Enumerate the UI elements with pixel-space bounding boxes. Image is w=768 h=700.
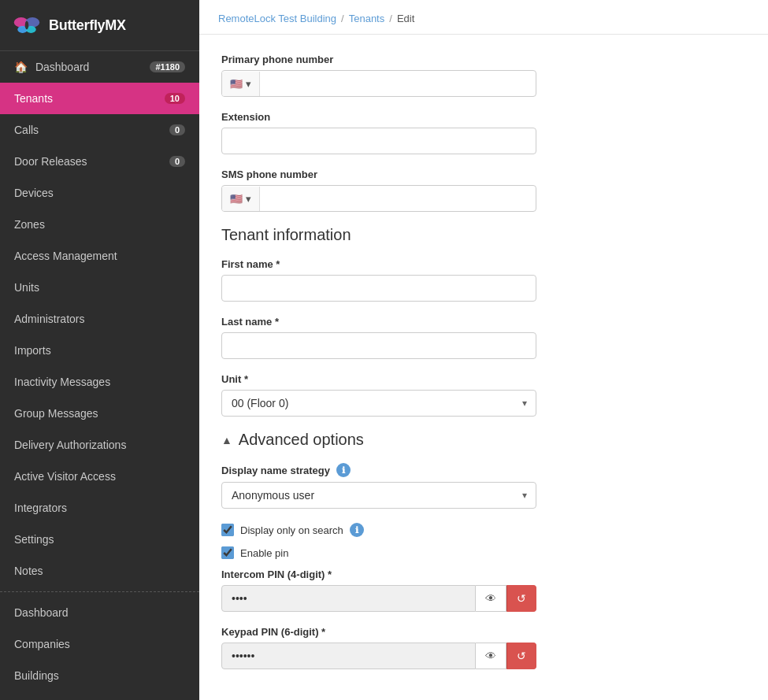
unit-group: Unit * 00 (Floor 0) ▾ bbox=[221, 373, 744, 417]
breadcrumb-sep2: / bbox=[389, 13, 392, 24]
keypad-eye-icon: 👁 bbox=[485, 650, 496, 662]
keypad-pin-wrapper: 👁 ↺ bbox=[221, 643, 536, 669]
sidebar-item-devices[interactable]: Devices bbox=[0, 177, 199, 209]
sidebar-item-active-visitor-access[interactable]: Active Visitor Access bbox=[0, 461, 199, 492]
unit-select-wrapper: 00 (Floor 0) ▾ bbox=[221, 390, 536, 417]
primary-phone-input[interactable] bbox=[260, 71, 536, 96]
sidebar: ButterflyMX 🏠 Dashboard #1180 Tenants 10… bbox=[0, 0, 199, 700]
flag-dropdown-arrow: ▾ bbox=[246, 78, 251, 90]
sidebar-item-inactivity-messages[interactable]: Inactivity Messages bbox=[0, 366, 199, 398]
primary-phone-flag[interactable]: 🇺🇸 ▾ bbox=[222, 72, 260, 96]
display-name-select[interactable]: Anonymous user bbox=[221, 482, 536, 509]
primary-phone-group: Primary phone number 🇺🇸 ▾ bbox=[221, 54, 744, 97]
first-name-label: First name * bbox=[221, 258, 744, 270]
intercom-pin-reveal-button[interactable]: 👁 bbox=[476, 585, 506, 612]
sidebar-item-notes[interactable]: Notes bbox=[0, 555, 199, 587]
primary-phone-wrapper: 🇺🇸 ▾ bbox=[221, 70, 536, 97]
primary-phone-label: Primary phone number bbox=[221, 54, 744, 65]
intercom-pin-group: Intercom PIN (4-digit) * 👁 ↺ bbox=[221, 569, 744, 612]
sidebar-item-group-messages[interactable]: Group Messages bbox=[0, 398, 199, 429]
breadcrumb-building[interactable]: RemoteLock Test Building bbox=[218, 13, 336, 24]
dashboard-badge: #1180 bbox=[150, 61, 185, 72]
sidebar-item-zones[interactable]: Zones bbox=[0, 209, 199, 240]
display-name-label-row: Display name strategy ℹ bbox=[221, 463, 744, 477]
first-name-input[interactable]: Seanna bbox=[221, 275, 536, 302]
display-only-on-search-checkbox[interactable] bbox=[221, 524, 234, 536]
sms-phone-label: SMS phone number bbox=[221, 169, 744, 180]
sidebar-item-calls[interactable]: Calls 0 bbox=[0, 114, 199, 146]
intercom-pin-refresh-button[interactable]: ↺ bbox=[506, 585, 536, 612]
sidebar-item-integrators[interactable]: Integrators bbox=[0, 492, 199, 524]
intercom-pin-input[interactable] bbox=[221, 585, 476, 612]
sidebar-item-imports[interactable]: Imports bbox=[0, 335, 199, 366]
sidebar-item-buildings[interactable]: Buildings bbox=[0, 660, 199, 691]
display-name-label: Display name strategy bbox=[221, 465, 330, 476]
sidebar-item-companies[interactable]: Companies bbox=[0, 628, 199, 660]
butterfly-logo-icon bbox=[13, 11, 41, 39]
sms-phone-group: SMS phone number 🇺🇸 ▾ bbox=[221, 169, 744, 212]
sidebar-divider bbox=[0, 591, 199, 592]
keypad-pin-input[interactable] bbox=[221, 643, 476, 669]
advanced-options-toggle[interactable]: ▲ Advanced options bbox=[221, 431, 744, 449]
last-name-input[interactable]: Lockhart bbox=[221, 332, 536, 359]
sidebar-item-units[interactable]: Units bbox=[0, 272, 199, 303]
enable-pin-checkbox[interactable] bbox=[221, 546, 234, 559]
last-name-group: Last name * Lockhart bbox=[221, 316, 744, 359]
sidebar-item-door-releases[interactable]: Door Releases 0 bbox=[0, 146, 199, 177]
sms-phone-input[interactable] bbox=[260, 186, 536, 211]
display-name-select-wrapper: Anonymous user ▾ bbox=[221, 482, 536, 509]
tenant-info-title: Tenant information bbox=[221, 226, 744, 244]
eye-icon: 👁 bbox=[485, 592, 496, 605]
sidebar-item-settings[interactable]: Settings bbox=[0, 524, 199, 555]
logo-area: ButterflyMX bbox=[0, 0, 199, 51]
intercom-pin-wrapper: 👁 ↺ bbox=[221, 585, 536, 612]
intercom-pin-label: Intercom PIN (4-digit) * bbox=[221, 569, 744, 580]
last-name-label: Last name * bbox=[221, 316, 744, 328]
enable-pin-label: Enable pin bbox=[240, 547, 288, 559]
display-name-strategy-group: Display name strategy ℹ Anonymous user ▾ bbox=[221, 463, 744, 509]
sms-flag-dropdown-arrow: ▾ bbox=[246, 193, 251, 205]
sidebar-item-dashboard2[interactable]: Dashboard bbox=[0, 597, 199, 628]
sidebar-item-building-notes[interactable]: Building Notes bbox=[0, 691, 199, 700]
extension-input[interactable] bbox=[221, 128, 536, 154]
breadcrumb-section[interactable]: Tenants bbox=[349, 13, 385, 24]
keypad-pin-reveal-button[interactable]: 👁 bbox=[476, 643, 506, 669]
dashboard-top-label: 🏠 Dashboard bbox=[14, 61, 89, 73]
extension-group: Extension bbox=[221, 111, 744, 154]
breadcrumb-sep1: / bbox=[341, 13, 344, 24]
enable-pin-group: Enable pin bbox=[221, 546, 744, 559]
sms-phone-wrapper: 🇺🇸 ▾ bbox=[221, 185, 536, 212]
unit-label: Unit * bbox=[221, 373, 744, 385]
display-only-on-search-label: Display only on search bbox=[240, 524, 343, 536]
sidebar-item-tenants[interactable]: Tenants 10 bbox=[0, 83, 199, 114]
sidebar-item-delivery-authorizations[interactable]: Delivery Authorizations bbox=[0, 429, 199, 461]
keypad-pin-refresh-button[interactable]: ↺ bbox=[506, 643, 536, 669]
keypad-refresh-icon: ↺ bbox=[517, 650, 526, 662]
logo-text: ButterflyMX bbox=[49, 17, 126, 34]
unit-select[interactable]: 00 (Floor 0) bbox=[221, 390, 536, 417]
sidebar-item-dashboard-top[interactable]: 🏠 Dashboard #1180 bbox=[0, 51, 199, 83]
sidebar-item-administrators[interactable]: Administrators bbox=[0, 303, 199, 335]
sidebar-item-access-management[interactable]: Access Management bbox=[0, 240, 199, 272]
main-content: RemoteLock Test Building / Tenants / Edi… bbox=[199, 0, 768, 700]
display-name-info-icon[interactable]: ℹ bbox=[336, 463, 351, 477]
extension-label: Extension bbox=[221, 111, 744, 123]
advanced-options-title: Advanced options bbox=[239, 431, 364, 449]
advanced-arrow-icon: ▲ bbox=[221, 434, 232, 446]
edit-form: Primary phone number 🇺🇸 ▾ Extension SMS … bbox=[199, 35, 766, 700]
breadcrumb-current: Edit bbox=[397, 13, 414, 24]
sms-us-flag-icon: 🇺🇸 bbox=[230, 193, 243, 205]
keypad-pin-label: Keypad PIN (6-digit) * bbox=[221, 626, 744, 638]
keypad-pin-group: Keypad PIN (6-digit) * 👁 ↺ bbox=[221, 626, 744, 669]
refresh-icon: ↺ bbox=[517, 592, 526, 605]
svg-point-4 bbox=[25, 21, 29, 30]
sidebar-nav: 🏠 Dashboard #1180 Tenants 10 Calls 0 Doo… bbox=[0, 51, 199, 700]
breadcrumb: RemoteLock Test Building / Tenants / Edi… bbox=[199, 0, 768, 35]
display-only-info-icon[interactable]: ℹ bbox=[350, 523, 364, 537]
first-name-group: First name * Seanna bbox=[221, 258, 744, 302]
sms-phone-flag[interactable]: 🇺🇸 ▾ bbox=[222, 187, 260, 211]
display-only-search-group: Display only on search ℹ bbox=[221, 523, 744, 537]
us-flag-icon: 🇺🇸 bbox=[230, 78, 243, 90]
